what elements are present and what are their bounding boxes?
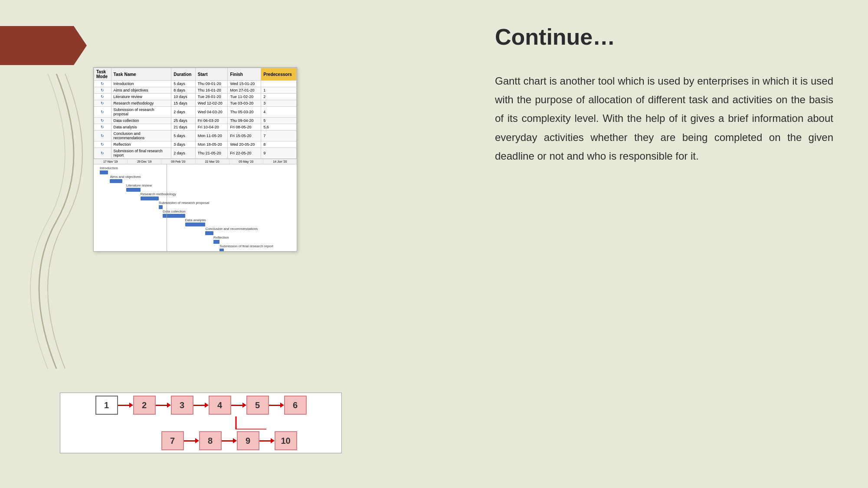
predecessors-cell	[261, 81, 297, 87]
task-mode-cell: ↻	[94, 100, 111, 107]
bar-label-lit: Literature review	[126, 183, 152, 187]
date-header-4: 22 Mar '20	[196, 159, 229, 164]
finish-cell: Wed 20-05-20	[228, 141, 261, 148]
duration-cell: 5 days	[171, 81, 196, 87]
page-title: Continue…	[495, 24, 833, 50]
network-node-1: 1	[95, 396, 118, 415]
bar-label-submission-final: Submission of final research report	[219, 244, 273, 248]
duration-cell: 10 days	[171, 94, 196, 100]
network-diagram: 1 2 3 4 5 6 7 8 9	[60, 393, 342, 453]
network-connectors	[67, 416, 335, 429]
bar-label-introduction: Introduction	[100, 166, 118, 170]
finish-cell: Tue 03-03-20	[228, 100, 261, 107]
bar-label-dataanl: Data analysis	[185, 218, 206, 222]
duration-cell: 5 days	[171, 131, 196, 141]
predecessors-cell: 8	[261, 141, 297, 148]
gantt-bar-lit	[126, 188, 141, 192]
arrow-5-6	[269, 403, 284, 408]
table-row: ↻ Submission of final research report 2 …	[94, 148, 297, 159]
predecessors-cell: 4	[261, 107, 297, 118]
arrow-8-9	[222, 438, 237, 443]
network-node-9: 9	[237, 431, 259, 450]
date-header-5: 05 May '20	[229, 159, 263, 164]
start-cell: Wed 04-03-20	[195, 107, 228, 118]
bar-label-datacol: Data collection	[163, 210, 185, 213]
bar-label-conclusion: Conclusion and recommendations	[205, 227, 258, 231]
arrow-3-4	[193, 403, 209, 408]
table-row: ↻ Data collection 25 days Fri 06-03-20 T…	[94, 118, 297, 124]
start-cell: Wed 12-02-20	[195, 100, 228, 107]
arrow-9-10	[259, 438, 275, 443]
start-cell: Mon 11-05-20	[195, 131, 228, 141]
task-mode-cell: ↻	[94, 94, 111, 100]
start-cell: Fri 10-04-20	[195, 124, 228, 131]
task-name-cell: Data collection	[111, 118, 171, 124]
task-mode-cell: ↻	[94, 87, 111, 94]
network-node-3: 3	[171, 396, 193, 415]
table-row: ↻ Submission of research proposal 2 days…	[94, 107, 297, 118]
arrow-4-5	[231, 403, 246, 408]
predecessors-cell: 3	[261, 100, 297, 107]
task-name-cell: Submission of research proposal	[111, 107, 171, 118]
left-accent-arrow	[0, 26, 87, 65]
duration-header: Duration	[171, 68, 196, 81]
gantt-bar-aims	[110, 179, 122, 183]
arrow-1-2	[118, 403, 133, 408]
finish-cell: Thu 09-04-20	[228, 118, 261, 124]
predecessors-cell: 9	[261, 148, 297, 159]
task-name-cell: Conclusion and recommendations	[111, 131, 171, 141]
date-header-3: 09 Feb '20	[161, 159, 195, 164]
finish-cell: Fri 08-05-20	[228, 124, 261, 131]
network-node-2: 2	[133, 396, 156, 415]
network-node-5: 5	[246, 396, 269, 415]
start-cell: Mon 18-05-20	[195, 141, 228, 148]
predecessors-cell: 1	[261, 87, 297, 94]
table-row: ↻ Reflection 3 days Mon 18-05-20 Wed 20-…	[94, 141, 297, 148]
date-header-2: 29 Dec '19	[128, 159, 161, 164]
finish-cell: Fri 15-05-20	[228, 131, 261, 141]
task-name-cell: Research methodology	[111, 100, 171, 107]
table-row: ↻ Aims and objectives 8 days Thu 16-01-2…	[94, 87, 297, 94]
network-node-8: 8	[199, 431, 222, 450]
task-name-cell: Literature review	[111, 94, 171, 100]
task-mode-header: TaskMode	[94, 68, 111, 81]
duration-cell: 25 days	[171, 118, 196, 124]
bar-label-reflection: Reflection	[213, 236, 229, 239]
finish-cell: Fri 22-05-20	[228, 148, 261, 159]
gantt-bar-dataanl	[185, 223, 206, 226]
right-panel: Continue… Gantt chart is another tool wh…	[469, 0, 868, 488]
predecessors-cell: 2	[261, 94, 297, 100]
duration-cell: 8 days	[171, 87, 196, 94]
task-mode-cell: ↻	[94, 141, 111, 148]
duration-cell: 2 days	[171, 148, 196, 159]
network-node-6: 6	[284, 396, 307, 415]
arrow-7-8	[184, 438, 199, 443]
gantt-bar-introduction	[100, 170, 108, 174]
task-name-cell: Submission of final research report	[111, 148, 171, 159]
gantt-bar-datacol	[163, 214, 185, 218]
table-row: ↻ Literature review 10 days Tue 28-01-20…	[94, 94, 297, 100]
today-line	[167, 164, 167, 251]
description-text: Gantt chart is another tool which is use…	[495, 72, 833, 165]
start-cell: Thu 16-01-20	[195, 87, 228, 94]
finish-cell: Wed 15-01-20	[228, 81, 261, 87]
start-cell: Thu 09-01-20	[195, 81, 228, 87]
duration-cell: 21 days	[171, 124, 196, 131]
curve-decoration	[22, 74, 91, 369]
finish-header: Finish	[228, 68, 261, 81]
task-mode-cell: ↻	[94, 107, 111, 118]
network-node-10: 10	[275, 431, 297, 450]
table-row: ↻ Introduction 5 days Thu 09-01-20 Wed 1…	[94, 81, 297, 87]
gantt-bar-reflection	[213, 240, 219, 244]
predecessors-cell: 5	[261, 118, 297, 124]
task-mode-cell: ↻	[94, 81, 111, 87]
gantt-table: TaskMode Task Name Duration Start Finish…	[94, 68, 297, 159]
bar-label-research: Research methodology	[141, 192, 176, 196]
network-top-row: 1 2 3 4 5 6	[95, 396, 307, 415]
duration-cell: 2 days	[171, 107, 196, 118]
predecessors-cell: 7	[261, 131, 297, 141]
table-row: ↻ Data analysis 21 days Fri 10-04-20 Fri…	[94, 124, 297, 131]
task-name-cell: Aims and objectives	[111, 87, 171, 94]
finish-cell: Thu 05-03-20	[228, 107, 261, 118]
task-name-header: Task Name	[111, 68, 171, 81]
